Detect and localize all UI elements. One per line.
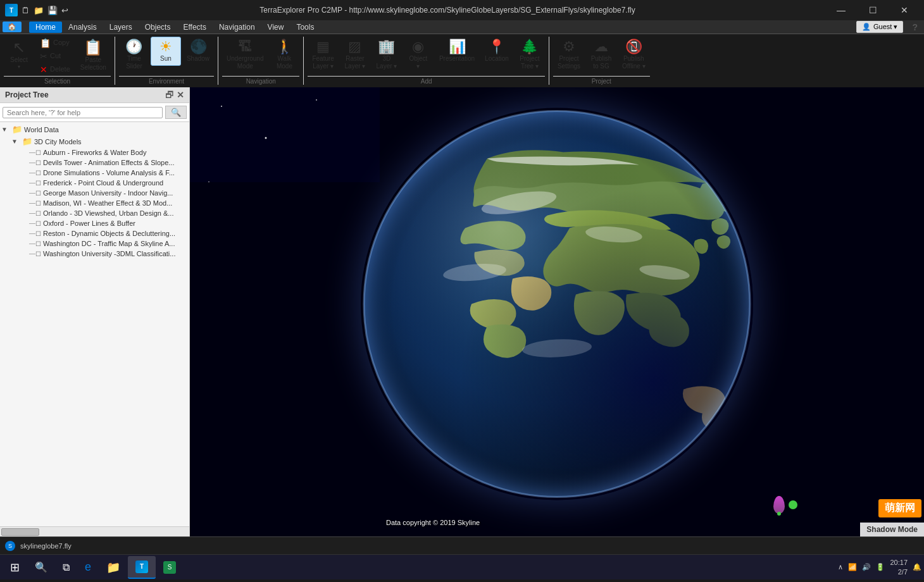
taskbar-search[interactable]: 🔍 <box>27 556 55 579</box>
app-icon: T <box>5 4 18 16</box>
help-button[interactable]: ? <box>908 21 921 34</box>
sidebar-scrollbar[interactable] <box>0 526 189 536</box>
sun-button[interactable]: ☀ Sun <box>151 37 181 66</box>
ribbon-group-navigation: 🏗 Underground Mode 🚶 Walk Mode Navigatio… <box>218 37 304 85</box>
taskbar: ⊞ 🔍 ⧉ e 📁 T S ∧ 📶 🔊 🔋 20:17 2/7 🔔 <box>0 554 924 579</box>
globe-container <box>361 108 753 500</box>
walk-mode-button[interactable]: 🚶 Walk Mode <box>269 37 299 73</box>
window-controls[interactable]: — ☐ ✕ <box>827 0 919 20</box>
shadow-button[interactable]: 🌑 Shadow <box>182 37 214 66</box>
project-settings-button[interactable]: ⚙ Project Settings <box>553 37 585 73</box>
cut-button[interactable]: ✂ Cut <box>35 50 75 63</box>
clock[interactable]: 20:17 2/7 <box>890 558 908 576</box>
location-icon: 📍 <box>488 40 505 54</box>
tab-home[interactable]: Home <box>29 22 62 33</box>
shadow-icon: 🌑 <box>190 40 207 54</box>
title-text: TerraExplorer Pro C2MP - http://www.skyl… <box>68 6 827 15</box>
environment-buttons: 🕐 Time Slider ☀ Sun 🌑 Shadow <box>119 37 214 76</box>
ribbon-group-project: ⚙ Project Settings ☁ Publish to SG 📵 Pub… <box>549 37 654 85</box>
signal-indicator <box>773 496 785 514</box>
time-slider-icon: 🕐 <box>125 40 142 54</box>
tree-item-reston[interactable]: ☐ Reston - Dynamic Objects & Declutterin… <box>0 228 189 238</box>
taskbar-start[interactable]: ⊞ <box>3 556 27 579</box>
tab-effects[interactable]: Effects <box>177 22 212 33</box>
sidebar-title: Project Tree <box>5 90 49 99</box>
guest-button[interactable]: 👤 Guest ▾ <box>856 21 903 33</box>
tab-navigation[interactable]: Navigation <box>213 22 261 33</box>
sidebar-float-button[interactable]: 🗗 <box>165 90 174 100</box>
tab-objects[interactable]: Objects <box>139 22 177 33</box>
globe-viewport[interactable]: Data copyright © 2019 Skyline Shadow Mod… <box>190 87 924 536</box>
taskbar-skyline[interactable]: S <box>156 556 184 579</box>
statusbar-left: S skylineglobe7.fly <box>5 541 72 551</box>
search-button[interactable]: 🔍 <box>165 106 187 119</box>
project-buttons: ⚙ Project Settings ☁ Publish to SG 📵 Pub… <box>553 37 650 76</box>
project-settings-icon: ⚙ <box>563 40 575 54</box>
title-bar: T 🗒 📁 💾 ↩ TerraExplorer Pro C2MP - http:… <box>0 0 924 20</box>
presentation-button[interactable]: 📊 Presentation <box>435 37 479 66</box>
paste-icon: 📋 <box>84 40 103 55</box>
project-tree-button[interactable]: 🌲 Project Tree ▾ <box>515 37 545 73</box>
taskbar-edge[interactable]: e <box>77 556 99 579</box>
sidebar-close-button[interactable]: ✕ <box>177 90 184 100</box>
sidebar-header-controls[interactable]: 🗗 ✕ <box>165 90 184 100</box>
skyline-icon: S <box>163 561 176 574</box>
publish-sg-button[interactable]: ☁ Publish to SG <box>586 37 616 73</box>
maximize-button[interactable]: ☐ <box>858 0 887 20</box>
tree-item-washington-dc[interactable]: ☐ Washington DC - Traffic Map & Skyline … <box>0 238 189 249</box>
paste-button[interactable]: 📋 Paste Selection <box>76 37 111 75</box>
tree-item-oxford[interactable]: ☐ Oxford - Power Lines & Buffer <box>0 218 189 228</box>
ribbon-group-add: ▦ Feature Layer ▾ ▨ Raster Layer ▾ 🏢 3D … <box>304 37 549 85</box>
object-icon: ◉ <box>412 40 424 54</box>
te-icon: T <box>135 560 148 573</box>
tree-item-orlando[interactable]: ☐ Orlando - 3D Viewshed, Urban Design &.… <box>0 208 189 218</box>
notification-icon[interactable]: 🔔 <box>913 563 921 571</box>
presentation-icon: 📊 <box>449 40 466 54</box>
raster-layer-icon: ▨ <box>348 40 361 54</box>
tree-item-drone[interactable]: ☐ Drone Simulations - Volume Analysis & … <box>0 168 189 178</box>
delete-button[interactable]: ✕ Delete <box>35 63 75 76</box>
minimize-button[interactable]: — <box>827 0 856 20</box>
tab-analysis[interactable]: Analysis <box>62 22 103 33</box>
tree-item-devils-tower[interactable]: ☐ Devils Tower - Animation Effects & Slo… <box>0 158 189 168</box>
tree-item-auburn[interactable]: ☐ Auburn - Fireworks & Water Body <box>0 147 189 158</box>
tree-item-george-mason[interactable]: ☐ George Mason University - Indoor Navig… <box>0 188 189 198</box>
location-button[interactable]: 📍 Location <box>480 37 513 66</box>
taskbar-taskview[interactable]: ⧉ <box>55 556 77 579</box>
ribbon-outer: 🏠 Home Analysis Layers Objects Effects N… <box>0 20 924 87</box>
globe-svg <box>361 108 753 500</box>
title-bar-left: T 🗒 📁 💾 ↩ <box>5 4 68 16</box>
tree-item-frederick[interactable]: ☐ Frederick - Point Cloud & Underground <box>0 178 189 188</box>
group-label-add: Add <box>308 76 544 85</box>
filename-label: skylineglobe7.fly <box>20 542 72 550</box>
ribbon-group-environment: 🕐 Time Slider ☀ Sun 🌑 Shadow Environment <box>115 37 218 85</box>
copy-button[interactable]: 📋 Copy <box>35 37 75 49</box>
taskbar-terraexplorer[interactable]: T <box>128 556 156 579</box>
select-button[interactable]: ↖ Select ▾ <box>4 37 34 73</box>
search-input[interactable] <box>3 107 163 118</box>
object-button[interactable]: ◉ Object ▾ <box>403 37 434 73</box>
tree-item-world-data[interactable]: ▼ 📁 World Data <box>0 123 189 135</box>
home-tab-badge: 🏠 <box>3 22 22 32</box>
underground-mode-button[interactable]: 🏗 Underground Mode <box>222 37 268 73</box>
raster-layer-button[interactable]: ▨ Raster Layer ▾ <box>340 37 370 73</box>
taskbar-explorer[interactable]: 📁 <box>99 556 128 579</box>
sun-icon: ☀ <box>159 40 172 54</box>
tab-view[interactable]: View <box>261 22 290 33</box>
underground-icon: 🏗 <box>238 40 252 54</box>
sidebar-scrollbar-thumb[interactable] <box>1 528 39 536</box>
3d-layer-button[interactable]: 🏢 3D Layer ▾ <box>371 37 402 73</box>
tree-item-3d-city[interactable]: ▼ 📁 3D City Models <box>0 135 189 147</box>
tree-item-madison[interactable]: ☐ Madison, WI - Weather Effect & 3D Mod.… <box>0 198 189 208</box>
time-slider-button[interactable]: 🕐 Time Slider <box>119 37 149 73</box>
close-button[interactable]: ✕ <box>890 0 919 20</box>
tray-expand[interactable]: ∧ <box>838 563 843 571</box>
taskbar-tray: ∧ 📶 🔊 🔋 20:17 2/7 🔔 <box>838 558 921 576</box>
publish-offline-button[interactable]: 📵 Publish Offline ▾ <box>618 37 650 73</box>
tab-tools[interactable]: Tools <box>290 22 320 33</box>
feature-layer-button[interactable]: ▦ Feature Layer ▾ <box>308 37 338 73</box>
tree-item-washington-univ[interactable]: ☐ Washington University -3DML Classifica… <box>0 249 189 259</box>
tab-layers[interactable]: Layers <box>103 22 139 33</box>
svg-rect-0 <box>190 87 380 182</box>
walk-icon: 🚶 <box>276 40 293 54</box>
